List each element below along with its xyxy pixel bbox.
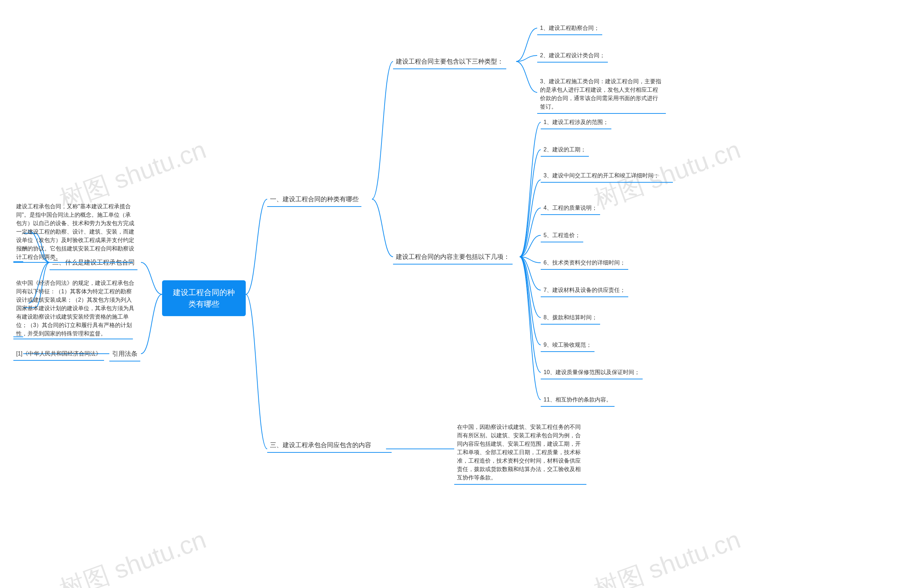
root-node[interactable]: 建设工程合同的种类有哪些 bbox=[162, 280, 246, 316]
watermark: 树图 shutu.cn bbox=[55, 523, 211, 588]
leaf-b2-p2[interactable]: 依中国《经济合同法》的规定，建设工程承包合同有以下特征：（1）其客体为特定工程的… bbox=[13, 277, 138, 340]
leaf-b1-s2-2[interactable]: 3、建设中间交工工程的开工和竣工详细时间； bbox=[541, 169, 673, 183]
leaf-b4-item[interactable]: [1]《中华人民共和国经济合同法》 bbox=[13, 347, 104, 361]
watermark: 树图 shutu.cn bbox=[590, 523, 745, 588]
node-underline bbox=[13, 339, 133, 339]
leaf-b1-s2-6[interactable]: 7、建设材料及设备的供应责任； bbox=[541, 284, 628, 297]
node-b3[interactable]: 三、建设工程承包合同应包含的内容 bbox=[267, 438, 392, 453]
node-b1-s1[interactable]: 建设工程合同主要包含以下三种类型： bbox=[393, 55, 506, 69]
leaf-b1-s2-8[interactable]: 9、竣工验收规范； bbox=[541, 339, 594, 352]
leaf-b1-s2-1[interactable]: 2、建设的工期； bbox=[541, 143, 589, 157]
leaf-b1-s2-4[interactable]: 5、工程造价； bbox=[541, 229, 583, 242]
leaf-b2-p1[interactable]: 建设工程承包合同，又称"基本建设工程承揽合同"。是指中国合同法上的概念。施工单位… bbox=[13, 200, 138, 263]
leaf-b1-s2-3[interactable]: 4、工程的质量说明； bbox=[541, 202, 600, 215]
node-b4[interactable]: 引用法条 bbox=[109, 347, 140, 361]
mindmap-canvas: 树图 shutu.cn 树图 shutu.cn 树图 shutu.cn 树图 s… bbox=[0, 0, 900, 588]
leaf-b1-s1-2[interactable]: 3、建设工程施工类合同：建设工程合同，主要指的是承包人进行工程建设，发包人支付相… bbox=[537, 75, 666, 114]
node-b1-s2[interactable]: 建设工程合同的内容主要包括以下几项： bbox=[393, 250, 512, 265]
leaf-b1-s1-0[interactable]: 1、建设工程勘察合同； bbox=[537, 22, 602, 35]
decor-line bbox=[13, 336, 23, 337]
leaf-b1-s2-5[interactable]: 6、技术类资料交付的详细时间； bbox=[541, 257, 628, 270]
leaf-b1-s2-0[interactable]: 1、建设工程涉及的范围； bbox=[541, 116, 611, 129]
leaf-b3-detail[interactable]: 在中国，因勘察设计或建筑、安装工程任务的不同而有所区别。以建筑、安装工程承包合同… bbox=[454, 421, 587, 485]
node-b1[interactable]: 一、建设工程合同的种类有哪些 bbox=[267, 192, 362, 207]
leaf-b1-s2-10[interactable]: 11、相互协作的条款内容。 bbox=[541, 393, 614, 407]
leaf-b1-s2-9[interactable]: 10、建设质量保修范围以及保证时间； bbox=[541, 366, 642, 379]
leaf-b1-s1-1[interactable]: 2、建设工程设计类合同； bbox=[537, 49, 608, 62]
node-underline bbox=[13, 262, 133, 263]
leaf-b1-s2-7[interactable]: 8、拨款和结算时间； bbox=[541, 311, 600, 325]
